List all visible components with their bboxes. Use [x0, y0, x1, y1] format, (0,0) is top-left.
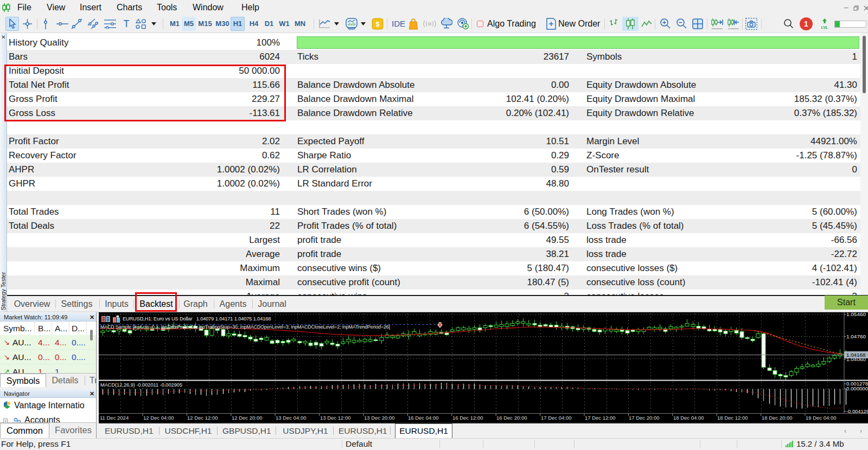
- svg-text:18 Dec 12:00: 18 Dec 12:00: [717, 415, 748, 421]
- svg-text:19 Dec 04:00: 19 Dec 04:00: [806, 415, 837, 421]
- svg-text:12 Dec 04:00: 12 Dec 04:00: [143, 415, 174, 421]
- svg-text:16 Dec 04:00: 16 Dec 04:00: [408, 415, 439, 421]
- svg-text:MACD Sample [InpLots=0.1; InpT: MACD Sample [InpLots=0.1; InpTakeProfit=…: [100, 324, 390, 330]
- svg-text:MACD(12,26,9) -0.002011 -0.002: MACD(12,26,9) -0.002011 -0.002905: [100, 382, 182, 388]
- svg-text:16 Dec 20:00: 16 Dec 20:00: [496, 415, 527, 421]
- svg-text:1.04168: 1.04168: [846, 352, 866, 358]
- svg-text:LVL: LVL: [821, 25, 828, 29]
- svg-text:17 Dec 04:00: 17 Dec 04:00: [541, 415, 572, 421]
- svg-text:18 Dec 20:00: 18 Dec 20:00: [762, 415, 793, 421]
- svg-text:$: $: [375, 20, 380, 28]
- svg-text:EURUSD,H1: Euro vs US Dollar: EURUSD,H1: Euro vs US Dollar 1.04079 1.0…: [123, 316, 271, 322]
- svg-text:11 Dec 2024: 11 Dec 2024: [100, 415, 129, 421]
- svg-text:0.000000: 0.000000: [846, 385, 868, 391]
- svg-text:-0.004129: -0.004129: [846, 408, 868, 414]
- svg-text:12 Dec 12:00: 12 Dec 12:00: [187, 415, 218, 421]
- svg-text:16 Dec 12:00: 16 Dec 12:00: [452, 415, 483, 421]
- svg-text:13 Dec 20:00: 13 Dec 20:00: [364, 415, 395, 421]
- svg-text:17 Dec 20:00: 17 Dec 20:00: [629, 415, 660, 421]
- svg-text:17 Dec 12:00: 17 Dec 12:00: [585, 415, 616, 421]
- svg-text:1.04760: 1.04760: [846, 333, 866, 339]
- svg-text:1.05460: 1.05460: [846, 312, 866, 317]
- svg-text:13 Dec 12:00: 13 Dec 12:00: [320, 415, 351, 421]
- svg-text:18 Dec 04:00: 18 Dec 04:00: [673, 415, 704, 421]
- svg-text:12 Dec 20:00: 12 Dec 20:00: [232, 415, 263, 421]
- svg-text:13 Dec 04:00: 13 Dec 04:00: [276, 415, 307, 421]
